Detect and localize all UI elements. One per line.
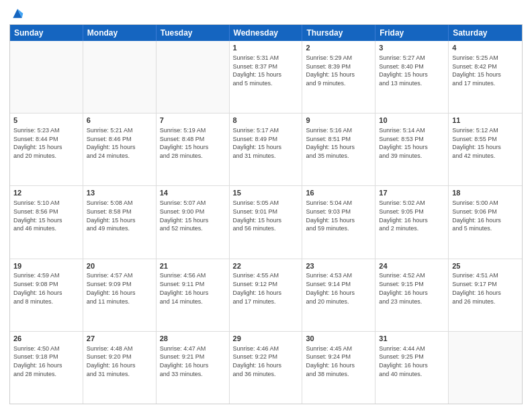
calendar-cell <box>83 41 157 113</box>
day-info: Sunrise: 4:59 AM Sunset: 9:08 PM Dayligh… <box>13 272 62 304</box>
day-number: 19 <box>13 261 79 271</box>
calendar-header-cell: Tuesday <box>157 25 230 41</box>
day-info: Sunrise: 5:02 AM Sunset: 9:05 PM Dayligh… <box>379 199 428 232</box>
day-info: Sunrise: 5:14 AM Sunset: 8:53 PM Dayligh… <box>379 127 428 159</box>
day-info: Sunrise: 4:52 AM Sunset: 9:15 PM Dayligh… <box>379 272 428 304</box>
day-info: Sunrise: 5:07 AM Sunset: 9:00 PM Dayligh… <box>160 199 209 232</box>
calendar-cell: 18Sunrise: 5:00 AM Sunset: 9:06 PM Dayli… <box>449 186 522 258</box>
calendar-cell: 29Sunrise: 4:46 AM Sunset: 9:22 PM Dayli… <box>230 332 303 404</box>
calendar-row: 19Sunrise: 4:59 AM Sunset: 9:08 PM Dayli… <box>10 259 522 332</box>
day-info: Sunrise: 5:04 AM Sunset: 9:03 PM Dayligh… <box>306 199 355 232</box>
day-number: 17 <box>379 188 445 198</box>
day-number: 9 <box>306 116 371 126</box>
calendar-cell: 8Sunrise: 5:17 AM Sunset: 8:49 PM Daylig… <box>230 113 303 185</box>
day-number: 24 <box>379 261 445 271</box>
calendar-cell: 4Sunrise: 5:25 AM Sunset: 8:42 PM Daylig… <box>449 41 522 113</box>
logo-icon <box>11 7 24 20</box>
calendar-header-cell: Friday <box>375 25 449 41</box>
day-number: 6 <box>87 116 152 126</box>
calendar-row: 5Sunrise: 5:23 AM Sunset: 8:44 PM Daylig… <box>10 113 522 186</box>
calendar-cell: 24Sunrise: 4:52 AM Sunset: 9:15 PM Dayli… <box>375 259 449 331</box>
day-info: Sunrise: 5:23 AM Sunset: 8:44 PM Dayligh… <box>13 127 62 159</box>
calendar-cell: 5Sunrise: 5:23 AM Sunset: 8:44 PM Daylig… <box>10 113 83 185</box>
calendar-cell: 28Sunrise: 4:47 AM Sunset: 9:21 PM Dayli… <box>157 332 230 404</box>
day-info: Sunrise: 5:31 AM Sunset: 8:37 PM Dayligh… <box>233 54 282 87</box>
calendar-header-row: SundayMondayTuesdayWednesdayThursdayFrid… <box>10 25 522 41</box>
day-info: Sunrise: 4:53 AM Sunset: 9:14 PM Dayligh… <box>306 272 355 304</box>
day-number: 1 <box>233 43 299 53</box>
calendar-cell: 27Sunrise: 4:48 AM Sunset: 9:20 PM Dayli… <box>83 332 157 404</box>
calendar-header-cell: Monday <box>83 25 157 41</box>
day-number: 13 <box>87 188 152 198</box>
calendar-header-cell: Sunday <box>10 25 83 41</box>
day-number: 15 <box>233 188 299 198</box>
day-info: Sunrise: 4:55 AM Sunset: 9:12 PM Dayligh… <box>233 272 282 304</box>
day-info: Sunrise: 5:10 AM Sunset: 8:56 PM Dayligh… <box>13 199 62 232</box>
day-number: 14 <box>160 188 226 198</box>
day-info: Sunrise: 5:29 AM Sunset: 8:39 PM Dayligh… <box>306 54 355 87</box>
calendar-cell <box>10 41 83 113</box>
calendar-header-cell: Thursday <box>302 25 375 41</box>
day-number: 8 <box>233 116 299 126</box>
calendar-header-cell: Wednesday <box>230 25 303 41</box>
day-number: 11 <box>452 116 519 126</box>
day-number: 25 <box>452 261 519 271</box>
day-number: 5 <box>13 116 79 126</box>
calendar-cell: 25Sunrise: 4:51 AM Sunset: 9:17 PM Dayli… <box>449 259 522 331</box>
calendar-cell: 13Sunrise: 5:08 AM Sunset: 8:58 PM Dayli… <box>83 186 157 258</box>
calendar-cell: 2Sunrise: 5:29 AM Sunset: 8:39 PM Daylig… <box>302 41 375 113</box>
day-info: Sunrise: 4:47 AM Sunset: 9:21 PM Dayligh… <box>160 345 209 377</box>
calendar-cell: 19Sunrise: 4:59 AM Sunset: 9:08 PM Dayli… <box>10 259 83 331</box>
day-info: Sunrise: 4:45 AM Sunset: 9:24 PM Dayligh… <box>306 345 355 377</box>
day-number: 21 <box>160 261 226 271</box>
header <box>9 7 523 20</box>
day-info: Sunrise: 4:51 AM Sunset: 9:17 PM Dayligh… <box>452 272 501 304</box>
logo <box>9 7 24 20</box>
calendar-cell: 16Sunrise: 5:04 AM Sunset: 9:03 PM Dayli… <box>302 186 375 258</box>
day-info: Sunrise: 5:21 AM Sunset: 8:46 PM Dayligh… <box>87 127 136 159</box>
calendar-row: 12Sunrise: 5:10 AM Sunset: 8:56 PM Dayli… <box>10 186 522 259</box>
day-number: 20 <box>87 261 152 271</box>
calendar-row: 26Sunrise: 4:50 AM Sunset: 9:18 PM Dayli… <box>10 332 522 404</box>
page: SundayMondayTuesdayWednesdayThursdayFrid… <box>0 0 532 411</box>
day-number: 16 <box>306 188 371 198</box>
day-info: Sunrise: 4:46 AM Sunset: 9:22 PM Dayligh… <box>233 345 282 377</box>
day-number: 3 <box>379 43 445 53</box>
day-info: Sunrise: 5:19 AM Sunset: 8:48 PM Dayligh… <box>160 127 209 159</box>
calendar-cell: 31Sunrise: 4:44 AM Sunset: 9:25 PM Dayli… <box>375 332 449 404</box>
day-number: 18 <box>452 188 519 198</box>
day-number: 26 <box>13 334 79 344</box>
day-info: Sunrise: 5:00 AM Sunset: 9:06 PM Dayligh… <box>452 199 501 232</box>
day-info: Sunrise: 4:57 AM Sunset: 9:09 PM Dayligh… <box>87 272 136 304</box>
calendar-body: 1Sunrise: 5:31 AM Sunset: 8:37 PM Daylig… <box>10 41 522 404</box>
calendar-cell: 23Sunrise: 4:53 AM Sunset: 9:14 PM Dayli… <box>302 259 375 331</box>
calendar-cell: 3Sunrise: 5:27 AM Sunset: 8:40 PM Daylig… <box>375 41 449 113</box>
calendar-cell: 1Sunrise: 5:31 AM Sunset: 8:37 PM Daylig… <box>230 41 303 113</box>
calendar-cell: 21Sunrise: 4:56 AM Sunset: 9:11 PM Dayli… <box>157 259 230 331</box>
day-info: Sunrise: 5:16 AM Sunset: 8:51 PM Dayligh… <box>306 127 355 159</box>
day-number: 28 <box>160 334 226 344</box>
calendar: SundayMondayTuesdayWednesdayThursdayFrid… <box>9 24 523 404</box>
day-info: Sunrise: 4:44 AM Sunset: 9:25 PM Dayligh… <box>379 345 428 377</box>
day-number: 31 <box>379 334 445 344</box>
day-info: Sunrise: 5:17 AM Sunset: 8:49 PM Dayligh… <box>233 127 282 159</box>
calendar-cell: 26Sunrise: 4:50 AM Sunset: 9:18 PM Dayli… <box>10 332 83 404</box>
calendar-cell: 20Sunrise: 4:57 AM Sunset: 9:09 PM Dayli… <box>83 259 157 331</box>
calendar-cell: 14Sunrise: 5:07 AM Sunset: 9:00 PM Dayli… <box>157 186 230 258</box>
calendar-cell: 7Sunrise: 5:19 AM Sunset: 8:48 PM Daylig… <box>157 113 230 185</box>
calendar-cell <box>449 332 522 404</box>
day-info: Sunrise: 5:08 AM Sunset: 8:58 PM Dayligh… <box>87 199 136 232</box>
calendar-cell: 10Sunrise: 5:14 AM Sunset: 8:53 PM Dayli… <box>375 113 449 185</box>
day-number: 22 <box>233 261 299 271</box>
day-number: 12 <box>13 188 79 198</box>
day-info: Sunrise: 4:56 AM Sunset: 9:11 PM Dayligh… <box>160 272 209 304</box>
calendar-cell: 9Sunrise: 5:16 AM Sunset: 8:51 PM Daylig… <box>302 113 375 185</box>
calendar-cell: 22Sunrise: 4:55 AM Sunset: 9:12 PM Dayli… <box>230 259 303 331</box>
day-number: 29 <box>233 334 299 344</box>
day-number: 10 <box>379 116 445 126</box>
calendar-cell: 17Sunrise: 5:02 AM Sunset: 9:05 PM Dayli… <box>375 186 449 258</box>
day-number: 2 <box>306 43 371 53</box>
day-number: 27 <box>87 334 152 344</box>
calendar-cell <box>157 41 230 113</box>
calendar-row: 1Sunrise: 5:31 AM Sunset: 8:37 PM Daylig… <box>10 41 522 113</box>
